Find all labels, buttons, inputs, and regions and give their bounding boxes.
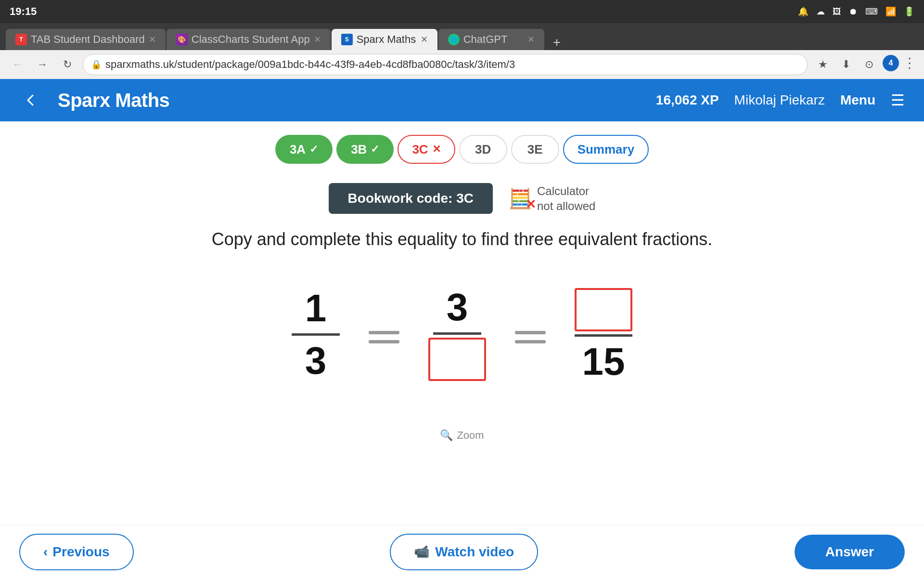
bookwork-code: Bookwork code: 3C [329, 183, 493, 214]
battery-icon: 🔋 [904, 6, 914, 17]
cloud-icon: ☁ [816, 6, 825, 17]
answer-button[interactable]: Answer [795, 535, 905, 569]
app-back-button[interactable] [19, 89, 42, 112]
fraction-3-line [575, 334, 632, 337]
tab-3E-label: 3E [527, 142, 543, 157]
tab-3B-label: 3B [351, 142, 367, 157]
tab-chatgpt[interactable]: 🌐 ChatGPT ✕ [438, 29, 544, 50]
equals-bar-bottom-2 [515, 340, 546, 343]
zoom-label: Zoom [457, 429, 484, 442]
previous-label: Previous [52, 544, 109, 560]
x-icon-3C: ✕ [432, 143, 441, 156]
equals-bar-top-1 [369, 331, 399, 334]
fraction-3-denominator: 15 [582, 342, 625, 381]
tab-classcharts[interactable]: 🎨 ClassCharts Student App ✕ [167, 29, 331, 50]
previous-button[interactable]: ‹ Previous [19, 534, 134, 570]
fraction-2-numerator: 3 [447, 288, 468, 327]
user-name: Mikolaj Piekarz [734, 92, 825, 108]
bookwork-section: Bookwork code: 3C 🧮 ✕ Calculator not all… [0, 183, 924, 214]
browser-toolbar: ← → ↻ 🔒 sparxmaths.uk/student/package/00… [0, 50, 924, 79]
watch-video-button[interactable]: 📹 Watch video [390, 534, 538, 570]
menu-button[interactable]: Menu [840, 92, 875, 108]
share-button[interactable]: ⊙ [860, 55, 879, 74]
equals-sign-2 [515, 331, 546, 343]
equals-sign-1 [369, 331, 399, 343]
task-navigation: 3A ✓ 3B ✓ 3C ✕ 3D 3E Summary [0, 121, 924, 173]
url-text: sparxmaths.uk/student/package/009a1bdc-b… [105, 58, 515, 71]
fraction-1-numerator: 1 [305, 289, 327, 328]
tab-3C-label: 3C [412, 142, 428, 157]
lock-icon: 🔒 [91, 59, 102, 70]
tab-3B[interactable]: 3B ✓ [336, 135, 394, 164]
refresh-button[interactable]: ↻ [58, 55, 77, 74]
fraction-2-denominator-box[interactable] [428, 338, 486, 381]
tab-icon-student: T [15, 34, 27, 45]
browser-tabs: T TAB Student Dashboard ✕ 🎨 ClassCharts … [6, 23, 568, 50]
header-right: 16,062 XP Mikolaj Piekarz Menu ☰ [656, 91, 905, 109]
download-button[interactable]: ⬇ [836, 55, 856, 74]
fraction-1: 1 3 [292, 289, 340, 380]
toolbar-actions: ★ ⬇ ⊙ 4 ⋮ [813, 55, 916, 74]
address-bar[interactable]: 🔒 sparxmaths.uk/student/package/009a1bdc… [83, 54, 808, 75]
tab-sparx-maths[interactable]: S Sparx Maths ✕ [332, 29, 437, 50]
check-icon-3B: ✓ [371, 143, 379, 156]
tab-close-classcharts[interactable]: ✕ [314, 34, 321, 45]
bottom-bar: ‹ Previous 📹 Watch video Answer [0, 525, 924, 578]
calculator-line1: Calculator [537, 184, 595, 198]
tab-summary-label: Summary [578, 142, 635, 157]
tab-close-chatgpt[interactable]: ✕ [527, 34, 535, 45]
app-title: Sparx Maths [58, 90, 169, 111]
equals-bar-top-2 [515, 331, 546, 334]
tab-close-student[interactable]: ✕ [149, 34, 156, 45]
back-button[interactable]: ← [8, 55, 27, 74]
calculator-line2: not allowed [537, 198, 595, 213]
hamburger-icon[interactable]: ☰ [891, 91, 905, 109]
system-time: 19:15 [10, 5, 37, 18]
fraction-2-line [433, 332, 481, 335]
video-camera-icon: 📹 [414, 544, 429, 559]
tab-summary[interactable]: Summary [563, 135, 649, 164]
equation-area: 1 3 3 15 [0, 278, 924, 420]
calculator-text: Calculator not allowed [537, 184, 595, 213]
bookmark-button[interactable]: ★ [813, 55, 833, 74]
tab-3D[interactable]: 3D [459, 135, 507, 164]
tab-3A[interactable]: 3A ✓ [275, 135, 333, 164]
watch-video-label: Watch video [435, 544, 514, 560]
system-bar: 19:15 🔔 ☁ 🖼 ⏺ ⌨ 📶 🔋 [0, 0, 924, 23]
record-icon: ⏺ [849, 7, 858, 17]
tab-label-student: TAB Student Dashboard [31, 33, 145, 46]
tab-label-sparx: Sparx Maths [357, 33, 416, 46]
new-tab-button[interactable]: + [545, 35, 568, 50]
xp-display: 16,062 XP [656, 92, 719, 108]
fraction-3: 15 [575, 288, 632, 381]
forward-button[interactable]: → [33, 55, 52, 74]
tab-3C[interactable]: 3C ✕ [398, 135, 455, 164]
profile-badge[interactable]: 4 [883, 55, 899, 71]
tab-3A-label: 3A [290, 142, 306, 157]
zoom-hint: 🔍 Zoom [0, 429, 924, 442]
browser-chrome: T TAB Student Dashboard ✕ 🎨 ClassCharts … [0, 23, 924, 79]
fraction-2: 3 [428, 288, 486, 381]
browser-menu-button[interactable]: ⋮ [903, 55, 916, 74]
tab-3E[interactable]: 3E [511, 135, 559, 164]
tab-3D-label: 3D [475, 142, 491, 157]
tab-label-classcharts: ClassCharts Student App [192, 33, 310, 46]
fraction-1-line [292, 333, 340, 336]
zoom-icon: 🔍 [440, 429, 453, 442]
tab-icon-sparx: S [341, 34, 353, 45]
question-text: Copy and complete this equality to find … [0, 229, 924, 250]
fraction-1-denominator: 3 [305, 342, 327, 380]
calculator-x-icon: ✕ [526, 197, 536, 212]
keyboard-icon: ⌨ [865, 6, 878, 17]
tab-close-sparx[interactable]: ✕ [421, 34, 428, 45]
calculator-icon-wrapper: 🧮 ✕ [508, 187, 532, 210]
app-header: Sparx Maths 16,062 XP Mikolaj Piekarz Me… [0, 79, 924, 121]
photo-icon: 🖼 [833, 7, 841, 17]
tab-icon-classcharts: 🎨 [176, 34, 188, 45]
tab-label-chatgpt: ChatGPT [463, 33, 508, 46]
browser-titlebar: T TAB Student Dashboard ✕ 🎨 ClassCharts … [0, 23, 924, 50]
fraction-3-numerator-box[interactable] [575, 288, 632, 331]
check-icon-3A: ✓ [309, 143, 318, 156]
tab-student-dashboard[interactable]: T TAB Student Dashboard ✕ [6, 29, 166, 50]
notification-icon: 🔔 [798, 6, 808, 17]
